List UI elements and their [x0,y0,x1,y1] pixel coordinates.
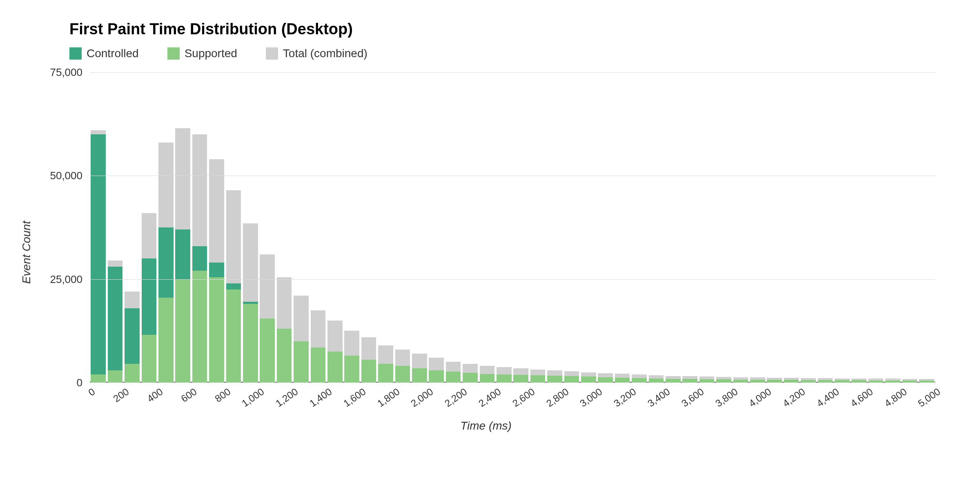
bar-supported [513,375,528,383]
bar-supported [666,379,680,383]
x-tick-label: 2,400 [477,386,503,409]
bar-supported [733,380,748,383]
bar-supported [581,376,596,383]
bar-supported [818,380,833,383]
legend-item-total: Total (combined) [266,47,368,60]
x-tick-label: 4,800 [882,386,909,409]
chart-title: First Paint Time Distribution (Desktop) [69,20,943,38]
bar-supported [716,379,731,383]
bar-supported [226,290,241,383]
plot-area: 025,00050,00075,00002004006008001,0001,2… [90,72,935,383]
y-tick-label: 75,000 [50,66,82,79]
bar-supported [395,366,410,383]
bar-supported [598,377,612,383]
bar-supported [784,380,799,383]
x-tick-label: 3,200 [612,386,638,409]
legend-swatch-controlled [69,47,82,60]
bar-supported [835,380,849,383]
legend-label-total: Total (combined) [283,47,368,60]
bar-supported [632,378,646,383]
bar-supported [750,380,765,383]
bar-supported [547,376,562,383]
x-tick-label: 4,400 [815,386,841,409]
bar-supported [851,380,866,383]
x-tick-label: 1,600 [341,386,368,409]
bar-supported [869,381,883,383]
x-tick-label: 2,600 [510,386,537,409]
x-tick-label: 4,000 [747,386,773,409]
bar-supported [91,374,105,383]
bar-supported [125,364,139,383]
bar-supported [919,381,934,383]
y-tick-label: 50,000 [50,169,82,182]
bar-supported [192,271,207,383]
bar-supported [158,298,173,383]
bar-supported [142,335,156,383]
bar-supported [615,378,630,383]
bar-supported [175,279,190,383]
bar-supported [108,370,122,383]
bars-container [90,72,935,383]
bar-supported [682,379,697,383]
bar-supported [243,304,258,383]
bar-supported [311,347,325,383]
x-tick-label: 4,600 [849,386,875,409]
gridline [90,72,935,73]
bar-supported [446,372,461,383]
x-tick-label: 1,800 [375,386,401,409]
bar-supported [801,380,815,383]
x-tick-label: 3,600 [679,386,706,409]
legend-item-controlled: Controlled [69,47,139,60]
bar-supported [649,379,664,383]
x-tick-label: 3,800 [713,386,739,409]
bar-supported [564,376,579,383]
legend-label-supported: Supported [185,47,237,60]
y-axis-label: Event Count [20,221,33,284]
bar-supported [429,370,443,383]
legend-item-supported: Supported [167,47,237,60]
x-axis-label: Time (ms) [37,419,935,432]
y-tick-label: 25,000 [50,273,82,285]
x-tick-label: 1,000 [240,386,266,409]
x-tick-label: 1,200 [274,386,300,409]
bar-supported [378,364,393,383]
bar-supported [902,381,917,383]
bar-supported [412,368,427,383]
bar-controlled [91,134,105,383]
bar-supported [361,360,376,383]
x-tick-label: 0 [87,386,98,399]
bar-supported [480,374,494,383]
bar-supported [767,380,782,383]
bar-supported [885,381,900,383]
x-tick-label: 400 [145,386,165,405]
bar-supported [463,373,477,383]
chart-area: Event Count 025,00050,00075,000020040060… [37,72,935,432]
x-tick-label: 1,400 [307,386,334,409]
legend: Controlled Supported Total (combined) [69,47,943,60]
x-tick-label: 2,800 [544,386,570,409]
x-tick-label: 5,000 [916,386,942,409]
legend-label-controlled: Controlled [87,47,139,60]
bar-supported [699,379,714,383]
x-tick-label: 200 [111,386,131,405]
bar-controlled [108,267,122,383]
bar-supported [294,341,308,383]
x-tick-label: 3,000 [578,386,604,409]
x-tick-label: 2,000 [409,386,435,409]
x-tick-label: 800 [213,386,233,405]
bar-supported [209,277,224,383]
bar-supported [344,356,359,383]
bar-supported [327,352,342,383]
x-tick-label: 2,200 [443,386,469,409]
bar-supported [260,318,274,383]
bar-supported [497,374,511,383]
gridline [90,279,935,280]
x-tick-label: 3,400 [646,386,672,409]
legend-swatch-total [266,47,278,60]
bar-supported [530,375,545,383]
y-tick-label: 0 [77,376,82,389]
legend-swatch-supported [167,47,180,60]
gridline [90,176,935,176]
x-tick-label: 4,200 [781,386,807,409]
bar-supported [277,329,292,383]
